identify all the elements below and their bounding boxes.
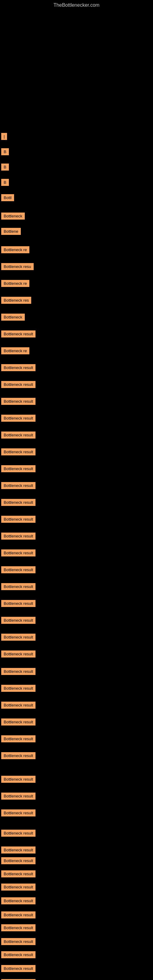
bottleneck-label-11[interactable]: Bottleneck res xyxy=(1,297,31,304)
bottleneck-row-4: B xyxy=(0,178,153,188)
bottleneck-label-39[interactable]: Bottleneck result xyxy=(1,776,35,783)
bottleneck-row-12: Bottleneck xyxy=(0,312,153,323)
bottleneck-label-5[interactable]: Bottl xyxy=(1,194,14,201)
bottleneck-label-52[interactable]: Bottleneck result xyxy=(1,965,35,972)
bottleneck-label-51[interactable]: Bottleneck result xyxy=(1,951,35,958)
bottleneck-row-1: | xyxy=(0,132,153,142)
bottleneck-label-29[interactable]: Bottleneck result xyxy=(1,600,35,607)
bottleneck-label-37[interactable]: Bottleneck result xyxy=(1,735,35,742)
bottleneck-label-27[interactable]: Bottleneck result xyxy=(1,566,35,573)
bottleneck-row-23: Bottleneck result xyxy=(0,498,153,508)
bottleneck-label-14[interactable]: Bottleneck re xyxy=(1,347,29,354)
bottleneck-row-27: Bottleneck result xyxy=(0,565,153,576)
bottleneck-row-17: Bottleneck result xyxy=(0,396,153,407)
bottleneck-label-10[interactable]: Bottleneck re xyxy=(1,280,29,287)
bottleneck-label-21[interactable]: Bottleneck result xyxy=(1,465,35,472)
bottleneck-row-30: Bottleneck result xyxy=(0,616,153,626)
bottleneck-row-2: B xyxy=(0,147,153,158)
bottleneck-row-35: Bottleneck result xyxy=(0,700,153,711)
bottleneck-label-17[interactable]: Bottleneck result xyxy=(1,398,35,405)
bottleneck-label-44[interactable]: Bottleneck result xyxy=(1,857,35,864)
bottleneck-label-50[interactable]: Bottleneck result xyxy=(1,938,35,945)
bottleneck-row-36: Bottleneck result xyxy=(0,717,153,728)
bottleneck-row-41: Bottleneck result xyxy=(0,808,153,819)
bottleneck-row-34: Bottleneck result xyxy=(0,684,153,694)
bottleneck-row-21: Bottleneck result xyxy=(0,464,153,475)
bottleneck-row-48: Bottleneck result xyxy=(0,910,153,921)
bottleneck-label-35[interactable]: Bottleneck result xyxy=(1,702,35,709)
bottleneck-row-39: Bottleneck result xyxy=(0,775,153,785)
bottleneck-row-38: Bottleneck result xyxy=(0,751,153,762)
bottleneck-label-6[interactable]: Bottleneck xyxy=(1,213,25,220)
bottleneck-label-7[interactable]: Bottlene xyxy=(1,228,21,235)
bottleneck-row-10: Bottleneck re xyxy=(0,279,153,290)
bottleneck-row-40: Bottleneck result xyxy=(0,791,153,802)
bottleneck-row-50: Bottleneck result xyxy=(0,937,153,948)
bottleneck-row-6: Bottleneck xyxy=(0,211,153,222)
bottleneck-row-3: B xyxy=(0,162,153,173)
bottleneck-row-31: Bottleneck result xyxy=(0,632,153,643)
bottleneck-row-52: Bottleneck result xyxy=(0,964,153,975)
bottleneck-label-42[interactable]: Bottleneck result xyxy=(1,830,35,837)
bottleneck-label-43[interactable]: Bottleneck result xyxy=(1,846,35,854)
bottleneck-row-32: Bottleneck result xyxy=(0,649,153,660)
bottleneck-label-30[interactable]: Bottleneck result xyxy=(1,617,35,624)
bottleneck-label-16[interactable]: Bottleneck result xyxy=(1,381,35,388)
bottleneck-row-19: Bottleneck result xyxy=(0,430,153,441)
bottleneck-label-40[interactable]: Bottleneck result xyxy=(1,792,35,800)
bottleneck-label-24[interactable]: Bottleneck result xyxy=(1,516,35,523)
bottleneck-label-49[interactable]: Bottleneck result xyxy=(1,924,35,931)
bottleneck-row-5: Bottl xyxy=(0,193,153,204)
bottleneck-label-47[interactable]: Bottleneck result xyxy=(1,897,35,904)
bottleneck-row-18: Bottleneck result xyxy=(0,414,153,424)
bottleneck-row-44: Bottleneck result xyxy=(0,856,153,867)
bottleneck-row-43: Bottleneck result xyxy=(0,845,153,856)
bottleneck-label-38[interactable]: Bottleneck result xyxy=(1,752,35,759)
bottleneck-row-7: Bottlene xyxy=(0,227,153,237)
bottleneck-row-26: Bottleneck result xyxy=(0,548,153,559)
bottleneck-row-53: Bottleneck result xyxy=(0,978,153,980)
bottleneck-label-23[interactable]: Bottleneck result xyxy=(1,499,35,506)
bottleneck-row-28: Bottleneck result xyxy=(0,582,153,593)
bottleneck-label-12[interactable]: Bottleneck xyxy=(1,313,25,321)
bottleneck-row-45: Bottleneck result xyxy=(0,869,153,880)
bottleneck-label-32[interactable]: Bottleneck result xyxy=(1,651,35,657)
bottleneck-label-4[interactable]: B xyxy=(1,179,9,186)
bottleneck-label-3[interactable]: B xyxy=(1,164,9,170)
bottleneck-label-22[interactable]: Bottleneck result xyxy=(1,482,35,489)
bottleneck-label-19[interactable]: Bottleneck result xyxy=(1,431,35,439)
bottleneck-row-13: Bottleneck result xyxy=(0,329,153,340)
bottleneck-label-18[interactable]: Bottleneck result xyxy=(1,415,35,422)
bottleneck-row-37: Bottleneck result xyxy=(0,734,153,745)
bottleneck-label-15[interactable]: Bottleneck result xyxy=(1,364,35,371)
bottleneck-label-41[interactable]: Bottleneck result xyxy=(1,810,35,816)
bottleneck-row-25: Bottleneck result xyxy=(0,531,153,542)
bottleneck-row-49: Bottleneck result xyxy=(0,923,153,934)
bottleneck-row-8: Bottleneck re xyxy=(0,245,153,256)
bottleneck-row-15: Bottleneck result xyxy=(0,363,153,374)
bottleneck-label-31[interactable]: Bottleneck result xyxy=(1,634,35,641)
bottleneck-label-25[interactable]: Bottleneck result xyxy=(1,533,35,539)
bottleneck-label-13[interactable]: Bottleneck result xyxy=(1,331,35,337)
bottleneck-row-51: Bottleneck result xyxy=(0,950,153,961)
bottleneck-row-24: Bottleneck result xyxy=(0,514,153,525)
bottleneck-label-8[interactable]: Bottleneck re xyxy=(1,246,29,253)
bottleneck-label-45[interactable]: Bottleneck result xyxy=(1,870,35,877)
bottleneck-label-9[interactable]: Bottleneck resu xyxy=(1,263,33,270)
bottleneck-row-9: Bottleneck resu xyxy=(0,262,153,272)
bottleneck-label-46[interactable]: Bottleneck result xyxy=(1,883,35,891)
bottleneck-label-28[interactable]: Bottleneck result xyxy=(1,583,35,590)
bottleneck-label-1[interactable]: | xyxy=(1,133,7,140)
bottleneck-label-48[interactable]: Bottleneck result xyxy=(1,912,35,918)
bottleneck-label-33[interactable]: Bottleneck result xyxy=(1,668,35,675)
bottleneck-label-26[interactable]: Bottleneck result xyxy=(1,549,35,557)
bottleneck-label-36[interactable]: Bottleneck result xyxy=(1,719,35,725)
bottleneck-label-2[interactable]: B xyxy=(1,148,9,155)
bottleneck-label-20[interactable]: Bottleneck result xyxy=(1,449,35,455)
bottleneck-row-22: Bottleneck result xyxy=(0,481,153,492)
bottleneck-row-14: Bottleneck re xyxy=(0,346,153,357)
site-title: TheBottlenecker.com xyxy=(0,0,153,9)
bottleneck-row-20: Bottleneck result xyxy=(0,447,153,458)
bottleneck-label-34[interactable]: Bottleneck result xyxy=(1,685,35,692)
bottleneck-row-46: Bottleneck result xyxy=(0,882,153,893)
